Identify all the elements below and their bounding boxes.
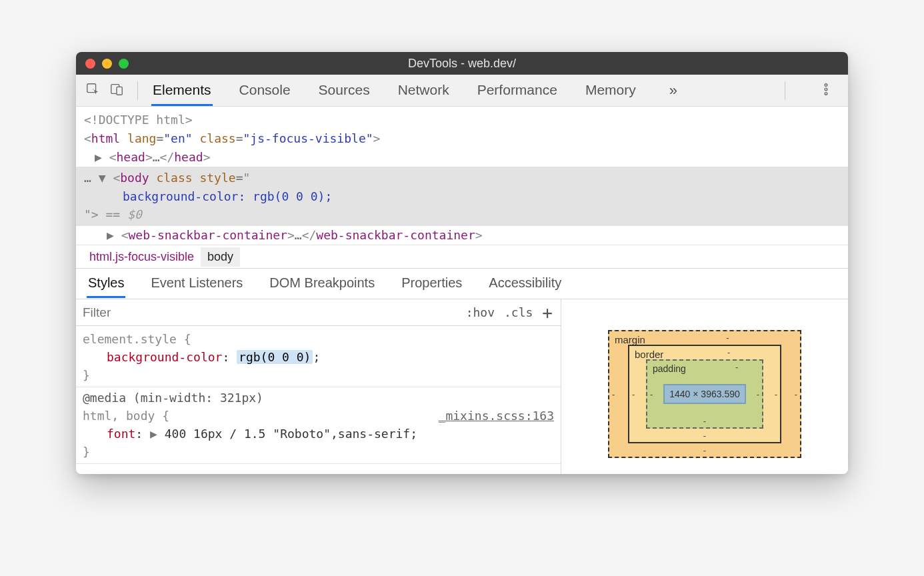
css-prop-value-selected[interactable]: rgb(0 0 0) [237, 350, 313, 364]
breadcrumb: html.js-focus-visible body [76, 245, 848, 269]
divider [785, 81, 785, 100]
minimize-icon[interactable] [102, 59, 112, 69]
devtools-window: DevTools - web.dev/ Elements Console Sou… [76, 52, 848, 474]
tab-sources[interactable]: Sources [317, 75, 371, 106]
css-prop-name[interactable]: font [107, 427, 135, 441]
box-model-content[interactable]: 1440 × 3963.590 [663, 384, 746, 404]
svg-point-4 [825, 88, 827, 91]
tab-elements[interactable]: Elements [151, 75, 213, 106]
tab-event-listeners[interactable]: Event Listeners [149, 269, 244, 298]
tab-styles[interactable]: Styles [87, 269, 125, 298]
svg-rect-2 [117, 87, 122, 95]
head-element-node[interactable]: ▶ <head>…</head> [76, 148, 848, 167]
more-menu-icon[interactable] [819, 82, 833, 99]
tab-network[interactable]: Network [397, 75, 451, 106]
dollar-zero-ref: $0 [127, 207, 142, 221]
css-rules-list: element.style { background-color: rgb(0 … [76, 326, 561, 464]
css-prop-name[interactable]: background-color [107, 350, 222, 364]
web-snackbar-container-node[interactable]: ▶ <web-snackbar-container>…</web-snackba… [76, 226, 848, 245]
device-toggle-icon[interactable] [109, 82, 124, 99]
window-title: DevTools - web.dev/ [76, 57, 848, 71]
element-style-rule[interactable]: element.style { background-color: rgb(0 … [76, 329, 561, 387]
divider [137, 81, 138, 100]
breadcrumb-body[interactable]: body [201, 247, 240, 267]
tab-performance[interactable]: Performance [476, 75, 559, 106]
tab-accessibility[interactable]: Accessibility [487, 269, 563, 298]
maximize-icon[interactable] [119, 59, 129, 69]
doctype-node[interactable]: <!DOCTYPE html> [84, 113, 193, 127]
tab-console[interactable]: Console [238, 75, 292, 106]
styles-filter-input[interactable] [76, 301, 458, 324]
dom-tree[interactable]: <!DOCTYPE html> <html lang="en" class="j… [76, 107, 848, 245]
svg-point-3 [825, 83, 827, 86]
html-element-node[interactable]: <html lang="en" class="js-focus-visible"… [76, 129, 848, 148]
sidebar-tabs: Styles Event Listeners DOM Breakpoints P… [76, 269, 848, 299]
settings-gear-icon[interactable] [792, 82, 807, 99]
close-icon[interactable] [85, 59, 95, 69]
hov-toggle[interactable]: :hov [466, 305, 495, 319]
box-model-border[interactable]: border - - - - padding - - - - 1440 × 39… [628, 345, 781, 443]
window-titlebar: DevTools - web.dev/ [76, 52, 848, 75]
tab-dom-breakpoints[interactable]: DOM Breakpoints [268, 269, 376, 298]
tab-properties[interactable]: Properties [400, 269, 463, 298]
cls-toggle[interactable]: .cls [504, 305, 533, 319]
styles-filter-row: :hov .cls + [76, 299, 561, 326]
panel-tabs: Elements Console Sources Network Perform… [151, 75, 778, 106]
box-model-padding[interactable]: padding - - - - 1440 × 3963.590 [646, 359, 763, 429]
tabs-overflow-icon[interactable]: » [663, 82, 684, 99]
box-model-margin[interactable]: margin - - - - border - - - - padding - … [608, 330, 801, 458]
inspect-element-icon[interactable] [85, 82, 100, 99]
body-element-node-selected[interactable]: … ▼ <body class style=" background-color… [76, 167, 848, 227]
breadcrumb-html[interactable]: html.js-focus-visible [83, 247, 201, 267]
main-toolbar: Elements Console Sources Network Perform… [76, 75, 848, 107]
media-rule[interactable]: @media (min-width: 321px) html, body {_m… [76, 387, 561, 464]
traffic-lights [85, 59, 129, 69]
css-prop-value[interactable]: 400 16px / 1.5 "Roboto",sans-serif; [165, 427, 417, 441]
svg-point-5 [825, 92, 827, 95]
source-link[interactable]: _mixins.scss:163 [439, 407, 554, 425]
box-model-widget[interactable]: margin - - - - border - - - - padding - … [561, 299, 848, 474]
inline-style-value[interactable]: background-color: rgb(0 0 0); [123, 189, 332, 203]
tab-memory[interactable]: Memory [584, 75, 637, 106]
new-style-rule-icon[interactable]: + [542, 304, 553, 321]
styles-pane: :hov .cls + element.style { background-c… [76, 299, 848, 474]
